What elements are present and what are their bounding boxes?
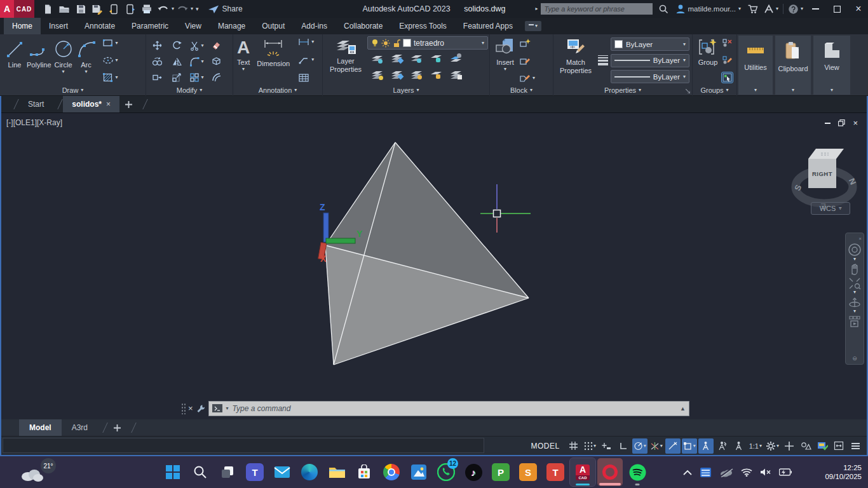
plot-button[interactable] [139,1,155,17]
panel-clipboard[interactable]: Clipboard ▾ [774,34,812,96]
status-customize-button[interactable] [848,438,863,454]
groups-panel-label[interactable]: Groups▾ [693,85,736,95]
layer-match-button[interactable] [390,53,404,65]
annotation-monitor-button[interactable] [782,438,797,454]
tab-addins[interactable]: Add-ins [293,18,336,34]
ellipse-dropdown[interactable]: ▾ [116,58,118,63]
navbar-close-icon[interactable]: × [858,236,862,241]
zoom-extents-button[interactable]: ▾ [847,277,862,295]
spotify-button[interactable] [625,458,650,486]
arc-button[interactable]: Arc ▾ [76,36,97,85]
file-tab-solidos[interactable]: solidos* × [63,96,119,112]
file-tab-start[interactable]: Start [19,96,53,112]
circle-button[interactable]: Circle ▾ [53,36,74,85]
recent-commands-dropdown[interactable]: ▾ [226,406,229,411]
tiktok-button[interactable]: ♪ [461,458,486,486]
mirror-button[interactable] [172,57,182,67]
object-snap-tracking-toggle[interactable] [665,438,681,454]
workspace-switching-button[interactable]: ▾ [764,438,780,454]
group-button[interactable]: Group [695,36,721,85]
help-search-input[interactable] [541,3,653,15]
tab-parametric[interactable]: Parametric [123,18,177,34]
edit-block-button[interactable] [519,56,531,65]
isometric-drafting-toggle[interactable]: ▾ [649,438,664,454]
edge-button[interactable] [297,458,322,486]
create-block-button[interactable] [519,38,531,48]
redo-dropdown[interactable]: ▾ [191,6,193,11]
freeoffice-presentations-button[interactable]: P [488,458,513,486]
view-expand[interactable]: ▾ [831,88,833,93]
clipboard-expand[interactable]: ▾ [792,88,794,93]
layer-previous-button[interactable] [390,70,404,81]
microsoft-store-button[interactable] [351,458,377,486]
layers-panel-label[interactable]: Layers▾ [323,85,489,95]
tab-view[interactable]: View [177,18,210,34]
volume-muted-icon[interactable] [760,468,771,477]
layout-tab-model[interactable]: Model [19,419,62,436]
save-button[interactable] [72,1,89,17]
start-button[interactable] [160,458,186,486]
viewcube-top-face[interactable] [808,149,844,159]
array-dropdown[interactable]: ▾ [201,75,203,80]
photos-button[interactable] [406,458,431,486]
lineweight-dropdown[interactable]: ByLayer▾ [611,54,689,67]
autocad-logo[interactable]: A CAD [0,0,34,18]
account-button[interactable]: matilde.mour... ▾ [674,1,742,17]
explode-button[interactable] [211,56,222,67]
search-button[interactable] [655,1,672,17]
minimize-button[interactable] [806,0,825,18]
freeoffice-textmaker-button[interactable]: T [543,458,568,486]
modify-panel-label[interactable]: Modify▾ [146,85,233,95]
annotation-scale-value[interactable]: 1:1▾ [748,438,763,454]
command-line-close-icon[interactable]: × [188,403,193,413]
linear-dimension-button[interactable] [298,38,309,46]
new-layout-button[interactable] [113,424,121,432]
model-space-toggle[interactable]: MODEL [529,438,560,454]
group-selection-toggle[interactable] [722,72,733,83]
open-file-button[interactable] [56,1,72,17]
panel-view[interactable]: View ▾ [812,34,851,96]
chrome-button[interactable] [379,458,404,486]
rectangle-button[interactable] [102,38,114,48]
annotation-visibility-toggle[interactable] [698,438,714,454]
viewcube-face-label[interactable]: RIGHT [812,170,832,177]
file-tab-close-icon[interactable]: × [106,100,111,109]
command-line-drag-handle[interactable] [181,403,186,414]
ellipse-button[interactable] [102,56,114,65]
group-edit-button[interactable] [722,55,733,65]
app-store-button[interactable] [745,1,761,17]
show-motion-button[interactable] [847,315,862,328]
layer-isolate-button[interactable] [370,53,384,65]
text-dropdown[interactable]: ▾ [242,67,245,72]
battery-charging-icon[interactable] [779,468,792,476]
grid-display-toggle[interactable] [566,438,581,454]
insert-block-button[interactable]: Insert ▾ [494,36,517,85]
hatch-dropdown[interactable]: ▾ [116,75,118,80]
copy-button[interactable] [152,56,163,67]
graphics-performance-button[interactable] [815,438,830,454]
doc-close-button[interactable]: × [853,118,858,128]
close-button[interactable]: × [849,0,868,18]
mail-button[interactable] [269,458,295,486]
lineweight-icon[interactable] [598,55,608,65]
layer-select-dropdown[interactable]: tetraedro ▾ [367,36,488,50]
taskbar-search-button[interactable] [187,458,213,486]
layer-properties-button[interactable]: Layer Properties [327,36,365,85]
panel-utilities[interactable]: Utilities ▾ [737,34,774,96]
object-snap-toggle[interactable]: ▾ [682,438,697,454]
offset-button[interactable] [211,72,222,83]
rotate-button[interactable] [172,40,182,51]
tab-annotate[interactable]: Annotate [76,18,123,34]
rectangle-dropdown[interactable]: ▾ [116,41,118,46]
snap-mode-toggle[interactable]: ▾ [583,438,598,454]
ungroup-button[interactable] [722,38,733,48]
layout-tab-a3rd[interactable]: A3rd [62,419,98,436]
circle-dropdown[interactable]: ▾ [62,69,65,74]
save-as-button[interactable] [89,1,105,17]
tab-insert[interactable]: Insert [41,18,76,34]
define-attributes-button[interactable] [519,73,531,83]
opera-taskbar-button[interactable] [597,458,623,486]
open-from-mobile-button[interactable] [122,1,139,17]
properties-panel-launcher[interactable] [686,89,690,93]
text-button[interactable]: A Text ▾ [237,36,250,85]
